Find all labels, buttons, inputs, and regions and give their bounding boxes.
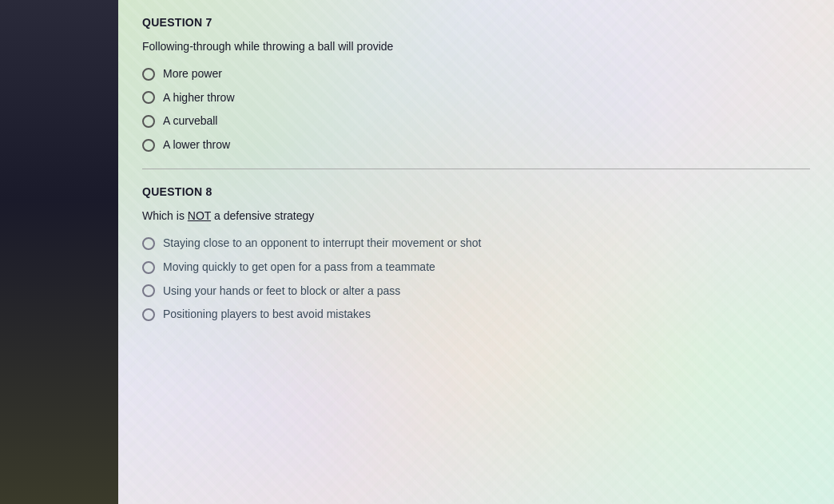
- q8-radio-a[interactable]: [142, 237, 155, 250]
- q7-option-d[interactable]: A lower throw: [142, 137, 810, 153]
- q7-option-b[interactable]: A higher throw: [142, 90, 810, 106]
- question-7-options: More power A higher throw A curveball A …: [142, 66, 810, 153]
- q8-option-b-text: Moving quickly to get open for a pass fr…: [163, 260, 435, 276]
- q8-option-a-text: Staying close to an opponent to interrup…: [163, 236, 481, 252]
- q8-radio-b[interactable]: [142, 261, 155, 274]
- main-content: QUESTION 7 Following-through while throw…: [118, 0, 834, 504]
- q7-radio-d[interactable]: [142, 139, 155, 152]
- q8-text-before: Which is: [142, 209, 188, 222]
- question-8-block: QUESTION 8 Which is NOT a defensive stra…: [142, 185, 810, 322]
- q7-radio-a[interactable]: [142, 68, 155, 81]
- q7-option-c-text: A curveball: [163, 113, 217, 129]
- q8-option-a[interactable]: Staying close to an opponent to interrup…: [142, 236, 810, 252]
- question-8-options: Staying close to an opponent to interrup…: [142, 236, 810, 322]
- q7-option-b-text: A higher throw: [163, 90, 235, 106]
- content-inner: QUESTION 7 Following-through while throw…: [142, 16, 810, 323]
- q7-option-c[interactable]: A curveball: [142, 113, 810, 129]
- question-7-label: QUESTION 7: [142, 16, 810, 29]
- q8-radio-d[interactable]: [142, 308, 155, 321]
- q7-option-d-text: A lower throw: [163, 137, 230, 153]
- q8-option-c-text: Using your hands or feet to block or alt…: [163, 284, 400, 300]
- question-7-text: Following-through while throwing a ball …: [142, 38, 810, 55]
- question-8-label: QUESTION 8: [142, 185, 810, 198]
- q8-option-d[interactable]: Positioning players to best avoid mistak…: [142, 307, 810, 323]
- q7-radio-c[interactable]: [142, 115, 155, 128]
- question-7-block: QUESTION 7 Following-through while throw…: [142, 16, 810, 153]
- question-divider: [142, 169, 810, 169]
- question-8-text: Which is NOT a defensive strategy: [142, 208, 810, 224]
- q8-text-after: a defensive strategy: [211, 209, 314, 222]
- left-sidebar: [0, 0, 118, 504]
- q7-option-a[interactable]: More power: [142, 66, 810, 82]
- q8-radio-c[interactable]: [142, 284, 155, 297]
- q8-option-c[interactable]: Using your hands or feet to block or alt…: [142, 284, 810, 300]
- q8-option-b[interactable]: Moving quickly to get open for a pass fr…: [142, 260, 810, 276]
- q7-radio-b[interactable]: [142, 91, 155, 104]
- q8-option-d-text: Positioning players to best avoid mistak…: [163, 307, 371, 323]
- q8-text-underline: NOT: [188, 209, 211, 222]
- q7-option-a-text: More power: [163, 66, 222, 82]
